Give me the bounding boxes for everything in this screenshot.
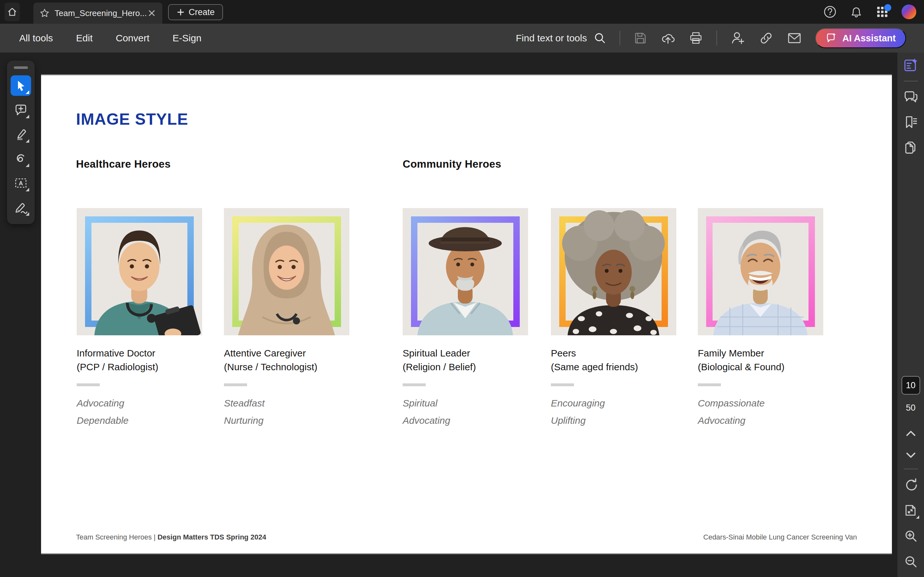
comments-panel-icon[interactable]	[902, 88, 920, 106]
document-viewport: IMAGE STYLE Healthcare Heroes Community …	[0, 53, 897, 577]
ai-assistant-button[interactable]: AI Assistant	[815, 28, 906, 48]
page-down-icon[interactable]	[902, 446, 920, 464]
email-icon[interactable]	[787, 31, 802, 45]
tab-close-icon[interactable]	[148, 9, 156, 17]
persona-traits: SpiritualAdvocating	[403, 395, 528, 429]
acrobat-window: Team_Screening_Hero... Create	[0, 0, 924, 577]
menu-esign[interactable]: E-Sign	[173, 33, 202, 44]
print-icon[interactable]	[689, 31, 703, 45]
portrait-photo	[224, 208, 349, 335]
create-label: Create	[189, 7, 215, 17]
divider	[904, 469, 918, 469]
portrait-photo	[551, 208, 676, 335]
page-up-icon[interactable]	[902, 424, 920, 442]
drag-handle[interactable]	[14, 66, 28, 69]
divider-dash	[403, 384, 426, 386]
ai-chat-sparkle-icon	[825, 32, 837, 44]
create-button[interactable]: Create	[168, 4, 223, 20]
divider-dash	[551, 384, 574, 386]
page-title: IMAGE STYLE	[76, 110, 188, 129]
highlight-tool[interactable]	[11, 124, 31, 145]
home-button[interactable]	[5, 3, 20, 21]
notifications-bell-icon[interactable]	[850, 5, 863, 19]
link-icon[interactable]	[759, 31, 774, 45]
svg-text:A: A	[19, 180, 23, 187]
find-text-button[interactable]: Find text or tools	[516, 32, 606, 44]
notification-dot	[884, 4, 891, 11]
persona-traits: SteadfastNurturing	[224, 395, 349, 429]
account-avatar[interactable]	[901, 5, 916, 19]
menu-convert[interactable]: Convert	[116, 33, 150, 44]
menu-all-tools[interactable]: All tools	[19, 33, 53, 44]
persona-traits: AdvocatingDependable	[77, 395, 202, 429]
menu-bar: All tools Edit Convert E-Sign Find text …	[0, 24, 924, 53]
spiritual-leader-portrait	[403, 208, 528, 335]
section-heading-community: Community Heroes	[403, 158, 501, 170]
persona-name: Peers(Same aged friends)	[551, 346, 676, 374]
apps-grid-icon[interactable]	[876, 5, 889, 18]
footer-course: Design Matters TDS Spring 2024	[158, 533, 266, 541]
cloud-upload-icon[interactable]	[661, 31, 675, 45]
page-count: 50	[906, 403, 915, 413]
persona-name: Family Member(Biological & Found)	[698, 346, 823, 374]
cursor-arrow-icon	[15, 79, 27, 92]
draw-tool[interactable]	[11, 148, 31, 169]
ai-assistant-label: AI Assistant	[842, 33, 896, 44]
section-heading-healthcare: Healthcare Heroes	[76, 158, 171, 170]
footer-project: Team Screening Heroes	[76, 533, 152, 541]
find-label: Find text or tools	[516, 33, 587, 44]
divider	[716, 31, 717, 45]
divider-dash	[698, 384, 721, 386]
rotate-page-icon[interactable]	[902, 476, 920, 494]
select-tool[interactable]	[11, 75, 31, 96]
zoom-out-icon[interactable]	[902, 553, 920, 571]
signature-pen-icon	[14, 201, 27, 214]
persona-name: Attentive Caregiver(Nurse / Technologist…	[224, 346, 349, 374]
persona-name: Informative Doctor(PCP / Radiologist)	[77, 346, 202, 374]
ai-assistant-panel-icon[interactable]	[902, 56, 920, 74]
divider-dash	[77, 384, 100, 386]
divider	[620, 31, 620, 45]
divider-dash	[224, 384, 247, 386]
text-select-icon: A	[14, 176, 27, 190]
menu-edit[interactable]: Edit	[76, 33, 93, 44]
caregiver-portrait	[224, 208, 349, 335]
select-text-tool[interactable]: A	[11, 173, 31, 193]
divider	[904, 81, 918, 81]
female-doctor-portrait	[77, 208, 202, 335]
persona-card: Family Member(Biological & Found) Compas…	[698, 208, 823, 429]
bookmarks-panel-icon[interactable]	[902, 113, 920, 131]
comment-plus-icon	[14, 103, 27, 117]
highlighter-icon	[14, 127, 27, 141]
favorite-star-icon[interactable]	[40, 8, 49, 18]
help-icon[interactable]	[823, 5, 837, 19]
portrait-photo	[698, 208, 823, 335]
persona-traits: EncouragingUplifting	[551, 395, 676, 429]
persona-card: Attentive Caregiver(Nurse / Technologist…	[224, 208, 349, 429]
draw-squiggle-icon	[14, 152, 27, 165]
right-panel-rail: 50	[897, 53, 924, 577]
tab-bar: Team_Screening_Hero... Create	[0, 0, 924, 24]
current-page-input[interactable]	[901, 376, 920, 395]
zoom-in-icon[interactable]	[902, 527, 920, 545]
pdf-page: IMAGE STYLE Healthcare Heroes Community …	[41, 74, 892, 554]
portrait-photo	[77, 208, 202, 335]
page-thumbnails-panel-icon[interactable]	[902, 139, 920, 157]
search-icon	[594, 32, 606, 44]
fit-page-icon[interactable]	[902, 501, 920, 519]
quick-tools-bar: A	[7, 61, 35, 224]
persona-card: Spiritual Leader(Religion / Belief) Spir…	[403, 208, 528, 429]
flyout-triangle	[916, 516, 919, 519]
footer-client: Cedars-Sinai Mobile Lung Cancer Screenin…	[703, 533, 857, 542]
persona-traits: CompassionateAdvocating	[698, 395, 823, 429]
plus-icon	[176, 8, 185, 16]
fill-sign-tool[interactable]	[11, 197, 31, 218]
tab-title: Team_Screening_Hero...	[55, 8, 148, 18]
add-comment-tool[interactable]	[11, 100, 31, 120]
page-footer: Team Screening Heroes | Design Matters T…	[76, 533, 857, 542]
family-member-portrait	[698, 208, 823, 335]
document-tab[interactable]: Team_Screening_Hero...	[33, 3, 162, 24]
add-user-icon[interactable]	[730, 31, 745, 45]
persona-name: Spiritual Leader(Religion / Belief)	[403, 346, 528, 374]
save-icon[interactable]	[634, 31, 647, 45]
